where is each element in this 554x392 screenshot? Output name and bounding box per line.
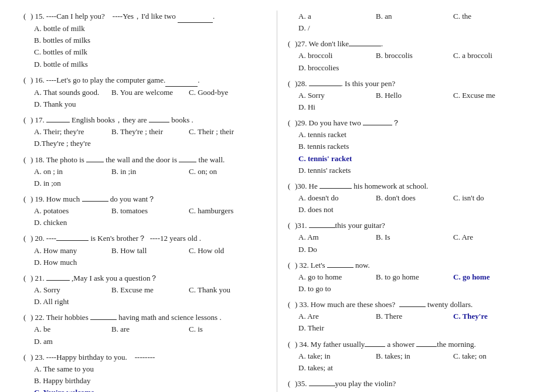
q16-text: ----Let's go to play the computer game. … <box>46 74 266 87</box>
q21-num: ) 21. <box>30 272 45 284</box>
q23-opt-b: B. Happy birthday <box>34 375 266 387</box>
q18-num: ) 18. <box>30 154 45 166</box>
question-23: ( ) 23. ----Happy birthday to you. -----… <box>23 352 266 392</box>
q15-opt-c: C. bottles of milk <box>34 46 266 58</box>
q32-opt-b: B. to go home <box>376 271 453 283</box>
q27-paren: ( <box>288 38 294 50</box>
question-35: ( )35. you play the violin? A. Are B. Ca… <box>288 378 531 392</box>
q34-text: My father usually a shower the morning. <box>311 339 531 350</box>
qtop-opt-b: B. an <box>376 11 453 22</box>
q33-opt-c: C. They're <box>453 311 531 322</box>
question-21: ( ) 21. ,May I ask you a question？ A. So… <box>23 272 266 308</box>
question-17: ( ) 17. English books，they are books . A… <box>23 114 266 149</box>
q17-text: English books，they are books . <box>46 114 266 126</box>
q17-opt-a: A. Their; they're <box>34 126 111 138</box>
q31-paren: ( <box>288 220 294 231</box>
q28-paren: ( <box>288 78 294 90</box>
q17-options: A. Their; they're B. They're ; their C. … <box>34 126 266 149</box>
q31-opt-a: A. Am <box>298 231 376 243</box>
q35-options: A. Are B. Can C. Is D. When <box>298 390 531 392</box>
q28-options: A. Sorry B. Hello C. Excuse me D. Hi <box>298 90 531 113</box>
q18-opt-d: D. in ;on <box>34 178 266 189</box>
q18-opt-c: C. on; on <box>189 166 266 178</box>
q19-paren: ( <box>23 193 29 205</box>
q28-num: )28. <box>295 78 307 90</box>
q29-options: A. tennis racket B. tennis rackets C. te… <box>298 129 531 176</box>
q20-text: ---- is Ken's brother？ ----12 years old … <box>46 233 266 244</box>
q30-opt-d: D. does not <box>298 204 531 216</box>
q31-opt-b: B. Is <box>376 231 453 243</box>
q26-top-options: A. a B. an C. the D. / <box>298 11 531 34</box>
q33-opt-d: D. Their <box>298 322 531 334</box>
q16-options: A. That sounds good. B. You are welcome … <box>34 87 266 110</box>
q28-opt-b: B. Hello <box>376 90 453 101</box>
q31-opt-c: C. Are <box>453 231 531 243</box>
q30-paren: ( <box>288 180 294 192</box>
q15-paren: ( <box>23 11 29 22</box>
q19-opt-a: A. potatoes <box>34 205 111 217</box>
q30-opt-c: C. isn't do <box>453 192 531 204</box>
q29-num: )29. <box>295 117 307 129</box>
q32-num: ) 32. <box>295 260 309 271</box>
q19-opt-b: B. tomatoes <box>111 205 189 217</box>
q33-options: A. Are B. There C. They're D. Their <box>298 311 531 334</box>
q17-num: ) 17. <box>30 114 45 126</box>
q35-num: )35. <box>295 378 307 390</box>
q33-opt-a: A. Are <box>298 311 376 322</box>
q19-options: A. potatoes B. tomatoes C. hamburgers D.… <box>34 205 266 229</box>
q22-text: Their hobbies having math and science le… <box>46 312 266 323</box>
q16-opt-c: C. Good-bye <box>189 87 266 98</box>
q29-opt-c: C. tennis' racket <box>298 153 531 165</box>
q16-paren: ( <box>23 74 29 86</box>
qtop-opt-c: C. the <box>453 11 531 22</box>
q33-text: How much are these shoes? twenty dollars… <box>311 299 531 311</box>
q32-opt-c: C. go home <box>453 271 531 283</box>
q20-opt-a: A. How many <box>34 245 111 257</box>
question-30: ( )30. He his homework at school. A. doe… <box>288 180 531 216</box>
q20-opt-b: B. How tall <box>111 245 189 257</box>
q35-text: you play the violin? <box>309 378 531 390</box>
q19-opt-d: D. chicken <box>34 217 266 229</box>
q20-num: ) 20. <box>30 233 45 244</box>
q20-opt-c: C. How old <box>189 245 266 257</box>
q33-paren: ( <box>288 299 294 311</box>
question-22: ( ) 22. Their hobbies having math and sc… <box>23 312 266 347</box>
question-28: ( )28. . Is this your pen? A. Sorry B. H… <box>288 78 531 113</box>
q22-opt-d: D. am <box>34 336 266 347</box>
q21-opt-b: B. Excuse me <box>111 284 189 296</box>
q35-paren: ( <box>288 378 294 390</box>
q27-opt-b: B. broccolis <box>376 50 453 62</box>
q17-opt-b: B. They're ; their <box>111 126 189 138</box>
q34-opt-d: D. takes; at <box>298 362 531 374</box>
q30-opt-a: A. doesn't do <box>298 192 376 204</box>
q29-opt-b: B. tennis rackets <box>298 141 531 152</box>
q28-opt-a: A. Sorry <box>298 90 376 101</box>
q20-paren: ( <box>23 233 29 244</box>
q32-options: A. go to home B. to go home C. go home D… <box>298 271 531 295</box>
q32-text: Let's now. <box>311 260 531 271</box>
q30-num: )30. <box>295 180 307 192</box>
q23-opt-a: A. The same to you <box>34 363 266 375</box>
q34-opt-c: C. take; on <box>453 350 531 362</box>
q22-num: ) 22. <box>30 312 45 323</box>
q16-opt-a: A. That sounds good. <box>34 87 111 98</box>
q15-text: ----Can I help you? ----Yes，I'd like two… <box>46 11 266 23</box>
q29-opt-d: D. tennis' rackets <box>298 165 531 176</box>
q31-num: )31. <box>295 220 307 231</box>
q34-paren: ( <box>288 339 294 350</box>
q18-opt-a: A. on ; in <box>34 166 111 178</box>
q22-opt-b: B. are <box>111 323 189 335</box>
q15-opt-d: D. bottle of milks <box>34 59 266 70</box>
q15-opt-a: A. bottle of milk <box>34 23 266 35</box>
q23-options: A. The same to you B. Happy birthday C. … <box>34 363 266 392</box>
q34-options: A. take; in B. takes; in C. take; on D. … <box>298 350 531 374</box>
q21-paren: ( <box>23 272 29 284</box>
q22-options: A. be B. are C. is D. am <box>34 323 266 347</box>
q35-opt-b: B. Can <box>376 390 453 392</box>
q21-options: A. Sorry B. Excuse me C. Thank you D. Al… <box>34 284 266 308</box>
q27-options: A. broccoli B. broccolis C. a broccoli D… <box>298 50 531 73</box>
q34-num: ) 34. <box>295 339 309 350</box>
q27-text: We don't like. <box>309 38 531 50</box>
q17-opt-d: D.They're ; they're <box>34 138 266 149</box>
q18-paren: ( <box>23 154 29 166</box>
